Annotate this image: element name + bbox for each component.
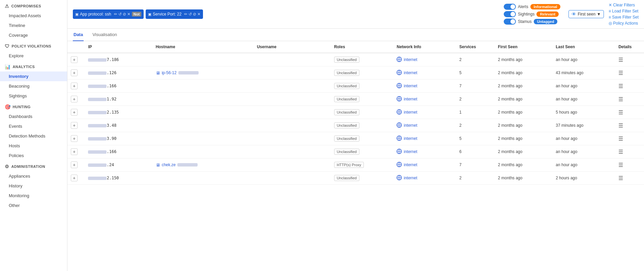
network-label-10[interactable]: internet (404, 176, 417, 180)
role-badge-8: Unclassified (334, 149, 359, 155)
roles-cell-2: Unclassified (331, 66, 393, 80)
eye-icon: 👁 (572, 11, 576, 17)
ip-suffix-7: 3.90 (107, 136, 116, 141)
policy-actions-link[interactable]: ◎ Policy Actions (609, 21, 639, 26)
chip-edit-icon-service-port[interactable]: ✏ (184, 12, 187, 17)
last-seen-cell-10: 2 hours ago (552, 172, 615, 185)
details-icon-5[interactable]: ☰ (618, 110, 623, 115)
tab-data[interactable]: Data (73, 29, 84, 41)
network-icon-8 (397, 149, 402, 155)
network-label-8[interactable]: internet (404, 149, 417, 154)
toggle-sightings[interactable] (504, 11, 516, 17)
sidebar-item-monitoring[interactable]: Monitoring (0, 191, 67, 201)
dropdown-chevron-icon: ▼ (597, 12, 601, 17)
details-icon-9[interactable]: ☰ (618, 162, 623, 168)
sidebar-item-policies[interactable]: Policies (0, 151, 67, 160)
first-seen-cell-7: 2 months ago (495, 132, 553, 145)
ip-cell-2: .126 (85, 66, 152, 80)
first-seen-cell-9: 2 months ago (495, 158, 553, 172)
hostname-text-2: ip-56-12 (162, 70, 177, 75)
details-icon-8[interactable]: ☰ (618, 149, 623, 155)
details-icon-6[interactable]: ☰ (618, 123, 623, 128)
network-cell-6: internet (393, 119, 456, 132)
sidebar-item-detection-methods[interactable]: Detection Methods (0, 131, 67, 141)
network-label-5[interactable]: internet (404, 110, 417, 115)
expand-btn-7[interactable]: + (71, 135, 78, 142)
table-row: +3.90Unclassified internet 52 months ago… (67, 132, 644, 145)
tab-visualisation[interactable]: Visualisation (92, 29, 118, 41)
sidebar-item-sightings[interactable]: Sightings (0, 91, 67, 101)
chip-block-icon-service-port[interactable]: ⊘ (193, 12, 196, 17)
filter-actions: ✕ Clear Filters ≡ Load Filter Set ≡ Save… (609, 3, 639, 26)
network-icon-3 (397, 83, 402, 89)
expand-btn-3[interactable]: + (71, 83, 78, 89)
sidebar-item-other[interactable]: Other (0, 201, 67, 210)
save-filter-set-link[interactable]: ≡ Save Filter Set (609, 15, 639, 20)
sidebar-item-explore[interactable]: Explore (0, 51, 67, 61)
expand-btn-10[interactable]: + (71, 175, 78, 181)
sidebar-item-appliances[interactable]: Appliances (0, 171, 67, 181)
details-icon-3[interactable]: ☰ (618, 83, 623, 89)
toggle-stamus[interactable] (504, 19, 516, 25)
ip-cell-5: 2.135 (85, 106, 152, 119)
expand-btn-9[interactable]: + (71, 161, 78, 168)
chip-block-icon-app-protocol[interactable]: ⊘ (123, 12, 126, 17)
network-label-3[interactable]: internet (404, 84, 417, 88)
sidebar-item-impacted-assets[interactable]: Impacted Assets (0, 11, 67, 21)
sidebar-item-history[interactable]: History (0, 181, 67, 191)
network-label-1[interactable]: internet (404, 57, 417, 62)
clear-filters-link[interactable]: ✕ Clear Filters (609, 3, 639, 7)
sidebar-item-timeline[interactable]: Timeline (0, 21, 67, 30)
sidebar-item-beaconing[interactable]: Beaconing (0, 81, 67, 91)
col-first-seen-header: First Seen (495, 41, 553, 53)
hostname-redacted-9 (177, 163, 198, 167)
network-label-4[interactable]: internet (404, 97, 417, 101)
network-icon-2 (397, 70, 402, 76)
expand-btn-5[interactable]: + (71, 109, 78, 116)
details-icon-4[interactable]: ☰ (618, 96, 623, 102)
first-seen-cell-6: 2 months ago (495, 119, 553, 132)
role-badge-6: Unclassified (334, 122, 359, 128)
sidebar-item-events[interactable]: Events (0, 121, 67, 131)
network-label-7[interactable]: internet (404, 136, 417, 141)
first-seen-cell-1: 2 months ago (495, 53, 553, 66)
first-seen-cell-2: 2 months ago (495, 66, 553, 80)
chip-remove-icon-service-port[interactable]: ✕ (197, 12, 201, 17)
monitor-icon-2: 🖥 (156, 70, 160, 76)
ip-suffix-5: 2.135 (107, 110, 119, 115)
expand-btn-8[interactable]: + (71, 148, 78, 155)
details-icon-2[interactable]: ☰ (618, 70, 623, 76)
col-network-header: Network Info (393, 41, 456, 53)
chip-refresh-icon-app-protocol[interactable]: ↺ (118, 12, 122, 17)
chip-refresh-icon-service-port[interactable]: ↺ (188, 12, 192, 17)
sidebar-item-hosts[interactable]: Hosts (0, 141, 67, 151)
network-label-2[interactable]: internet (404, 70, 417, 75)
details-icon-1[interactable]: ☰ (618, 57, 623, 63)
hostname-cell-10 (152, 172, 254, 185)
monitor-icon-9: 🖥 (156, 162, 160, 168)
toggle-alerts[interactable] (504, 4, 516, 10)
chip-label-app-protocol: App protocol: ssh (80, 12, 111, 17)
sidebar-item-inventory[interactable]: Inventory (0, 71, 67, 81)
load-filter-set-link[interactable]: ≡ Load Filter Set (609, 9, 639, 13)
ip-cell-10: 2.150 (85, 172, 152, 185)
chip-edit-icon-app-protocol[interactable]: ✏ (114, 12, 117, 17)
hostname-link-2[interactable]: 🖥 ip-56-12 (156, 70, 250, 76)
details-icon-7[interactable]: ☰ (618, 136, 623, 142)
chip-remove-icon-app-protocol[interactable]: ✕ (127, 12, 130, 17)
hostname-link-9[interactable]: 🖥 chek.ze (156, 162, 250, 168)
network-label-9[interactable]: internet (404, 162, 417, 167)
details-icon-10[interactable]: ☰ (618, 175, 623, 181)
expand-btn-4[interactable]: + (71, 96, 78, 102)
expand-btn-1[interactable]: + (71, 56, 78, 63)
expand-btn-2[interactable]: + (71, 69, 78, 76)
network-label-6[interactable]: internet (404, 123, 417, 128)
sidebar-item-dashboards[interactable]: Dashboards (0, 112, 67, 121)
first-seen-dropdown[interactable]: 👁 First seen ▼ (568, 10, 604, 18)
network-cell-2: internet (393, 66, 456, 80)
hostname-redacted-2 (178, 71, 199, 74)
role-badge-9: HTTP(s) Proxy (334, 162, 364, 168)
last-seen-cell-2: 43 minutes ago (552, 66, 615, 80)
sidebar-item-coverage[interactable]: Coverage (0, 30, 67, 40)
expand-btn-6[interactable]: + (71, 122, 78, 129)
